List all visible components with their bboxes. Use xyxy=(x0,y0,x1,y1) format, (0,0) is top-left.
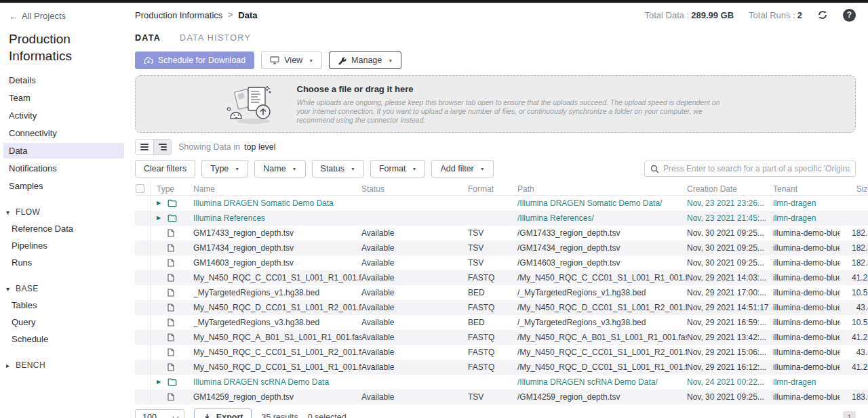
row-name[interactable]: _MyTargetedRegions_v3.hg38.bed xyxy=(193,315,361,330)
column-header-path[interactable]: Path xyxy=(517,184,687,194)
table-row[interactable]: GM17434_region_depth.tsvAvailableTSV/GM1… xyxy=(135,241,868,255)
help-button[interactable]: ? xyxy=(843,9,856,22)
row-name[interactable]: GM14259_region_depth.tsv xyxy=(193,390,361,404)
sidebar-item-tables[interactable]: Tables xyxy=(9,297,121,313)
filter-type-button[interactable]: Type▼ xyxy=(201,160,248,177)
refresh-button[interactable] xyxy=(817,9,828,20)
filter-name-button[interactable]: Name▼ xyxy=(254,160,305,177)
row-checkbox-cell[interactable] xyxy=(135,226,151,241)
table-row[interactable]: _MyTargetedRegions_v3.hg38.bedAvailableB… xyxy=(135,315,868,330)
all-projects-back-link[interactable]: ← All Projects xyxy=(9,11,121,21)
row-checkbox-cell[interactable] xyxy=(135,345,151,360)
row-name[interactable]: My_N450_RQC_C_CC01_S1_L001_R2_001.fastq.… xyxy=(193,345,361,360)
row-name[interactable]: GM14603_region_depth.tsv xyxy=(193,255,361,270)
tree-list-toggle[interactable] xyxy=(153,140,171,154)
clear-filters-button[interactable]: Clear filters xyxy=(135,160,195,177)
export-button-label: Export xyxy=(216,413,243,418)
column-header-type[interactable]: Type xyxy=(151,184,193,194)
table-row[interactable]: My_N450_RQC_D_CC01_S1_L001_R1_001.fastq.… xyxy=(135,360,868,375)
sidebar-section-header-flow[interactable]: ▾FLOW xyxy=(6,207,121,217)
filter-add-filter-button[interactable]: Add filter▼ xyxy=(431,160,493,177)
table-row[interactable]: GM14259_region_depth.tsvAvailableTSV/GM1… xyxy=(135,390,868,404)
filter-status-button[interactable]: Status▼ xyxy=(312,160,364,177)
row-checkbox-cell[interactable] xyxy=(135,375,151,390)
row-checkbox-cell[interactable] xyxy=(135,330,151,345)
table-row[interactable]: My_N450_RQC_D_CC01_S1_L001_R2_001.fastq.… xyxy=(135,300,868,315)
page-size-select[interactable]: 100 xyxy=(135,409,184,418)
row-checkbox-cell[interactable] xyxy=(135,315,151,330)
sidebar-item-activity[interactable]: Activity xyxy=(3,108,124,123)
table-row[interactable]: My_N450_RQC_C_CC01_S1_L001_R2_001.fastq.… xyxy=(135,345,868,360)
table-row[interactable]: My_N450_RQC_A_B01_S1_L001_R1_001.fastq.g… xyxy=(135,330,868,345)
row-name[interactable]: My_N450_RQC_A_B01_S1_L001_R1_001.fastq.g… xyxy=(193,330,361,345)
column-header-format[interactable]: Format xyxy=(468,184,517,194)
sidebar-item-schedule[interactable]: Schedule xyxy=(9,331,121,347)
tab-data-history[interactable]: DATA HISTORY xyxy=(180,33,251,43)
sidebar-item-query[interactable]: Query xyxy=(9,314,121,330)
table-row[interactable]: _MyTargetedRegions_v1.hg38.bedAvailableB… xyxy=(135,285,868,300)
filter-format-button[interactable]: Format▼ xyxy=(370,160,426,177)
search-box[interactable] xyxy=(644,161,856,177)
row-checkbox-cell[interactable] xyxy=(135,300,151,315)
table-row[interactable]: My_N450_RQC_C_CC01_S1_L001_R1_001.fastq.… xyxy=(135,270,868,285)
row-name[interactable]: Illumina DRAGEN Somatic Demo Data xyxy=(193,196,361,211)
row-name[interactable]: My_N450_RQC_C_CC01_S1_L001_R1_001.fastq.… xyxy=(193,270,361,285)
row-status: Available xyxy=(361,226,468,241)
row-checkbox-cell[interactable] xyxy=(135,360,151,375)
search-input[interactable] xyxy=(663,164,850,173)
row-checkbox-cell[interactable] xyxy=(135,270,151,285)
page-number-badge[interactable]: 1 xyxy=(843,411,856,418)
row-checkbox-cell[interactable] xyxy=(135,241,151,255)
manage-button[interactable]: Manage ▼ xyxy=(329,51,401,69)
table-row[interactable]: ▶Illumina DRAGEN Somatic Demo Data/Illum… xyxy=(135,196,868,211)
row-format: FASTQ xyxy=(468,360,517,375)
breadcrumb-parent[interactable]: Production Informatics xyxy=(135,10,222,20)
sidebar-section-header-base[interactable]: ▾BASE xyxy=(6,284,121,293)
tab-data[interactable]: DATA xyxy=(135,33,161,43)
flat-list-toggle[interactable] xyxy=(136,140,153,154)
caret-down-icon: ▼ xyxy=(480,167,485,171)
sidebar-item-data[interactable]: Data xyxy=(3,143,124,159)
sidebar-section-header-bench[interactable]: ▸BENCH xyxy=(6,360,121,370)
sidebar-item-runs[interactable]: Runs xyxy=(9,255,121,270)
row-name[interactable]: Illumina DRAGEN scRNA Demo Data xyxy=(193,375,361,390)
schedule-for-download-button[interactable]: Schedule for Download xyxy=(135,51,254,69)
row-checkbox-cell[interactable] xyxy=(135,255,151,270)
expand-arrow-icon[interactable]: ▶ xyxy=(157,215,162,221)
column-header-name[interactable]: Name xyxy=(193,184,361,194)
column-header-tenant[interactable]: Tenant xyxy=(773,184,840,194)
row-tenant: illumina-demo-blue xyxy=(773,285,840,300)
table-row[interactable]: GM17433_region_depth.tsvAvailableTSV/GM1… xyxy=(135,226,868,241)
row-checkbox-cell[interactable] xyxy=(135,211,151,226)
column-header-status[interactable]: Status xyxy=(361,184,468,194)
sidebar-item-reference-data[interactable]: Reference Data xyxy=(9,221,121,236)
row-checkbox-cell[interactable] xyxy=(135,390,151,404)
sidebar-item-pipelines[interactable]: Pipelines xyxy=(9,238,121,253)
row-name[interactable]: _MyTargetedRegions_v1.hg38.bed xyxy=(193,285,361,300)
row-name[interactable]: Illumina References xyxy=(193,211,361,226)
sidebar-item-samples[interactable]: Samples xyxy=(3,178,124,194)
export-button[interactable]: Export xyxy=(194,409,252,418)
row-path: /My_N450_RQC_A_B01_S1_L001_R1_001.fastq.… xyxy=(517,330,687,345)
row-name[interactable]: My_N450_RQC_D_CC01_S1_L001_R2_001.fastq.… xyxy=(193,300,361,315)
table-row[interactable]: GM14603_region_depth.tsvAvailableTSV/GM1… xyxy=(135,255,868,270)
sidebar-item-notifications[interactable]: Notifications xyxy=(3,161,124,176)
expand-arrow-icon[interactable]: ▶ xyxy=(157,379,162,385)
row-name[interactable]: My_N450_RQC_D_CC01_S1_L001_R1_001.fastq.… xyxy=(193,360,361,375)
file-dropzone[interactable]: Choose a file or drag it here While uplo… xyxy=(135,75,856,133)
sidebar-item-team[interactable]: Team xyxy=(3,90,124,106)
sidebar-item-details[interactable]: Details xyxy=(3,72,124,88)
table-row[interactable]: ▶Illumina References/Illumina References… xyxy=(135,211,868,226)
row-checkbox-cell[interactable] xyxy=(135,196,151,211)
table-row[interactable]: ▶Illumina DRAGEN scRNA Demo Data/Illumin… xyxy=(135,375,868,390)
row-checkbox-cell[interactable] xyxy=(135,285,151,300)
column-header-creation-date[interactable]: Creation Date xyxy=(687,184,773,194)
total-runs-stat: Total Runs :2 xyxy=(749,10,802,20)
view-button[interactable]: View ▼ xyxy=(261,51,322,69)
expand-arrow-icon[interactable]: ▶ xyxy=(157,201,162,206)
select-all-checkbox[interactable] xyxy=(136,184,144,193)
row-name[interactable]: GM17433_region_depth.tsv xyxy=(193,226,361,241)
column-header-size[interactable]: Size xyxy=(840,184,868,194)
sidebar-item-connectivity[interactable]: Connectivity xyxy=(3,125,124,141)
row-name[interactable]: GM17434_region_depth.tsv xyxy=(193,241,361,255)
